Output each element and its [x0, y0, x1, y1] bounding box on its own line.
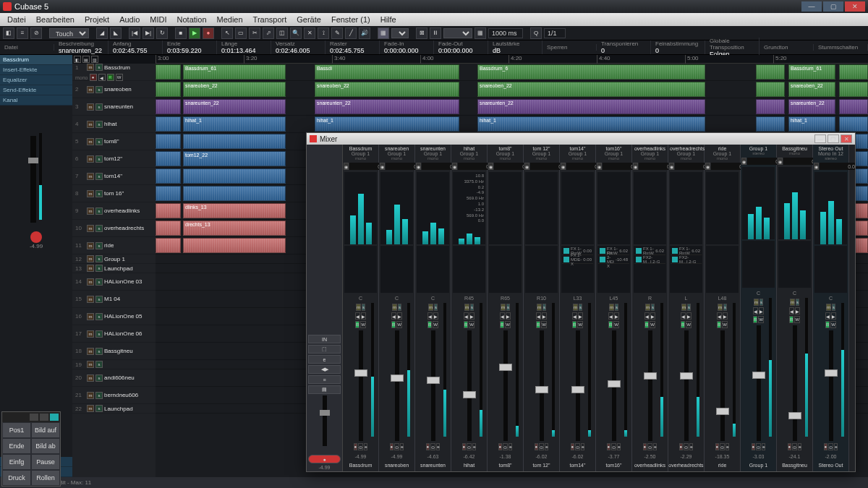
audio-clip[interactable] — [156, 116, 181, 132]
record-enable[interactable]: ● — [679, 443, 684, 450]
mixer-side-btn[interactable]: e — [308, 355, 341, 364]
audio-clip[interactable] — [839, 64, 868, 80]
pan-value[interactable]: L33 — [574, 296, 582, 303]
window-maximize[interactable]: ▢ — [823, 1, 843, 12]
audio-clip[interactable] — [156, 203, 181, 218]
strip-name[interactable]: overheadlinks — [632, 463, 668, 471]
solo-button[interactable]: s — [796, 299, 799, 306]
record-enable[interactable]: ● — [715, 443, 720, 450]
keyboard-overlay[interactable]: Pos1Bild aufEndeBild abEinfgPauseDruckRo… — [1, 411, 61, 487]
audio-clip[interactable] — [839, 82, 868, 97]
mute-button[interactable]: m — [501, 304, 506, 311]
strip-sends[interactable] — [525, 246, 558, 293]
mixer-maximize[interactable]: ▢ — [827, 134, 839, 143]
mute-button[interactable]: m — [790, 299, 795, 306]
strip-name[interactable]: Bassgitneu — [777, 463, 812, 471]
audio-clip[interactable]: snareunten_22 — [183, 99, 286, 114]
strip-name[interactable]: Group 1 — [741, 463, 776, 471]
strip-sends[interactable]: FX 1-RmWks6.02FX2-M...I.2-G — [634, 246, 666, 293]
mixer-titlebar[interactable]: Mixer — ▢ ✕ — [307, 133, 855, 145]
record-enable[interactable]: ● — [788, 443, 792, 450]
overlay-key[interactable]: Pause — [31, 454, 60, 470]
menu-datei[interactable]: Datei — [3, 15, 30, 24]
solo-button[interactable]: s — [579, 304, 582, 311]
track-lane[interactable]: Bassdrum_61BassdiBassdrum_6Bassdrum_61 — [156, 64, 868, 81]
overlay-key[interactable]: Pos1 — [2, 422, 31, 438]
mixer-side-btn[interactable]: ⬚ — [308, 345, 341, 354]
strip-name[interactable]: tom8" — [488, 463, 523, 471]
overlay-key[interactable]: Ende — [2, 438, 31, 454]
audio-clip[interactable] — [183, 238, 286, 253]
overlay-key[interactable]: Einfg — [2, 454, 31, 470]
track-list-btn[interactable]: ▤ — [82, 56, 90, 63]
strip-eq[interactable] — [380, 172, 413, 244]
tool-mute[interactable]: ✕ — [304, 27, 315, 39]
info-col[interactable]: Beschreibungsnareunten_22 — [54, 40, 109, 54]
mute-button[interactable]: m — [464, 304, 469, 311]
info-col[interactable]: Anfang0:02:45.755 — [109, 40, 163, 54]
strip-name[interactable]: ride — [705, 463, 740, 471]
mixer-side-btn[interactable]: IN — [308, 335, 341, 343]
audio-clip[interactable] — [756, 64, 785, 80]
solo-button[interactable]: s — [832, 304, 835, 311]
fader[interactable] — [467, 330, 472, 441]
mute-button[interactable]: m — [392, 304, 397, 311]
tool-range[interactable]: ▭ — [235, 27, 247, 39]
record-enable[interactable]: ● — [643, 443, 647, 450]
track-header[interactable]: 12msGroup 1 — [72, 254, 156, 264]
color-picker[interactable]: ▦ — [378, 27, 389, 39]
solo-button[interactable]: s — [542, 304, 546, 311]
track-list-btn[interactable]: ◧ — [74, 56, 81, 63]
track-header[interactable]: 17msHALionOne 06 — [72, 325, 156, 343]
fader[interactable] — [757, 325, 761, 441]
strip-name[interactable]: tom16" — [596, 463, 631, 471]
track-header[interactable]: 20msandi606neu — [72, 369, 156, 387]
audio-clip[interactable] — [183, 186, 286, 201]
transport-play[interactable]: ▶ — [189, 27, 200, 39]
solo-button[interactable]: s — [470, 304, 474, 311]
audio-clip[interactable] — [156, 238, 181, 253]
audio-clip[interactable] — [156, 99, 181, 114]
audio-clip[interactable] — [756, 116, 785, 132]
tool-split[interactable]: ✂ — [249, 27, 260, 39]
audio-clip[interactable]: tom12_22 — [183, 151, 286, 166]
fader[interactable] — [684, 330, 689, 441]
quantize-value[interactable] — [544, 28, 566, 38]
info-col[interactable]: Transponieren0 — [597, 40, 651, 54]
pan-value[interactable]: C — [757, 291, 760, 298]
strip-eq[interactable] — [814, 172, 847, 244]
mixer-side-btn[interactable]: ▤ — [308, 385, 341, 394]
track-header[interactable]: 13msLaunchpad — [72, 264, 156, 273]
track-header[interactable]: 3mssnareunten — [72, 98, 156, 116]
info-col[interactable]: Feinabstimmung0 — [651, 40, 705, 54]
info-col[interactable]: LautstärkedB — [488, 40, 542, 54]
audio-clip[interactable] — [756, 82, 785, 97]
mute-button[interactable]: m — [356, 304, 361, 311]
record-enable[interactable]: ● — [607, 443, 611, 450]
fader[interactable] — [503, 330, 508, 441]
audio-clip[interactable]: snareoben_22 — [315, 82, 459, 97]
audio-clip[interactable]: Bassdrum_6 — [477, 64, 705, 80]
overlay-close[interactable] — [50, 414, 59, 421]
audio-clip[interactable] — [839, 99, 868, 114]
track-list-btn[interactable]: ▥ — [91, 56, 98, 63]
tool-draw[interactable]: ✎ — [331, 27, 343, 39]
menu-projekt[interactable]: Projekt — [80, 15, 114, 24]
track-header[interactable]: 19ms — [72, 360, 156, 369]
overlay-key[interactable]: Bild auf — [31, 422, 60, 438]
audio-clip[interactable]: snareunten_22 — [477, 99, 705, 114]
track-header[interactable]: 4mshihat — [72, 116, 156, 133]
solo-button[interactable]: s — [362, 304, 365, 311]
audio-clip[interactable] — [156, 64, 181, 80]
tool-play[interactable]: 🔊 — [359, 27, 370, 39]
window-minimize[interactable]: — — [801, 1, 822, 12]
pan-value[interactable]: C — [829, 296, 833, 303]
snap-type[interactable]: ⫼ — [430, 27, 441, 39]
strip-sends[interactable] — [380, 246, 413, 293]
info-col[interactable]: Stummschalten — [814, 44, 868, 51]
menu-transport[interactable]: Transport — [249, 15, 292, 24]
inspector-section[interactable]: Equalizer — [0, 75, 72, 85]
pan-value[interactable]: C — [395, 296, 399, 303]
inspector-section[interactable]: Kanal — [0, 95, 72, 106]
track-header[interactable]: 1msBassdrummono●◀RW — [72, 64, 156, 81]
